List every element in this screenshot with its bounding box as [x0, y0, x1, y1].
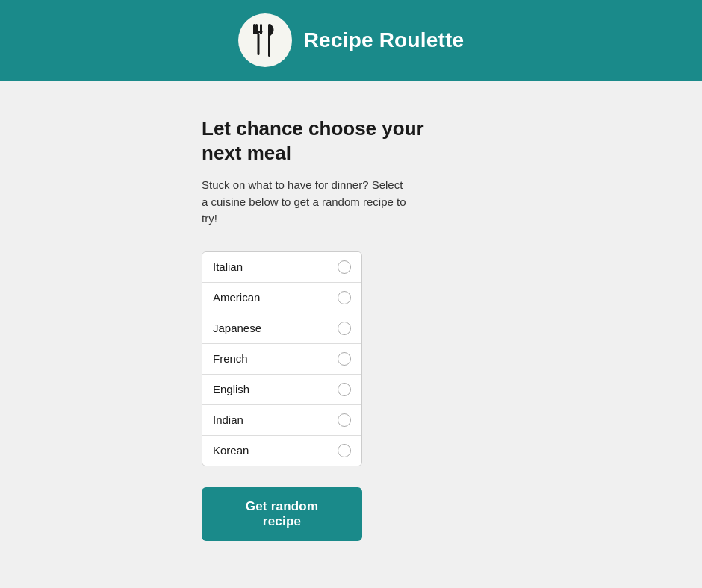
cuisine-item-french[interactable]: French [202, 344, 361, 375]
svg-rect-3 [254, 31, 262, 33]
cuisine-radio-korean[interactable] [338, 444, 351, 457]
svg-rect-5 [268, 24, 270, 57]
cuisine-label-italian: Italian [213, 260, 243, 273]
page-subtext: Stuck on what to have for dinner? Select… [202, 177, 411, 228]
cuisine-item-american[interactable]: American [202, 283, 361, 313]
fork-knife-icon [250, 22, 280, 58]
main-content: Let chance choose your next meal Stuck o… [0, 81, 702, 586]
cuisine-item-korean[interactable]: Korean [202, 436, 361, 466]
cuisine-label-indian: Indian [213, 413, 243, 426]
cuisine-radio-italian[interactable] [338, 260, 351, 274]
cuisine-radio-indian[interactable] [338, 413, 351, 427]
cuisine-radio-american[interactable] [338, 291, 351, 304]
cuisine-label-american: American [213, 291, 260, 304]
svg-rect-4 [257, 33, 259, 55]
cuisine-radio-french[interactable] [338, 352, 351, 366]
get-random-recipe-button[interactable]: Get random recipe [202, 487, 362, 541]
app-logo [238, 13, 292, 67]
cuisine-radio-english[interactable] [338, 383, 351, 396]
cuisine-label-english: English [213, 383, 249, 395]
cuisine-label-korean: Korean [213, 444, 249, 457]
app-header: Recipe Roulette [0, 0, 702, 81]
cuisine-item-english[interactable]: English [202, 375, 361, 405]
cuisine-label-french: French [213, 352, 248, 365]
page-heading: Let chance choose your next meal [202, 116, 441, 165]
cuisine-list: ItalianAmericanJapaneseFrenchEnglishIndi… [202, 251, 362, 466]
cuisine-radio-japanese[interactable] [338, 322, 351, 335]
app-title: Recipe Roulette [304, 28, 465, 52]
cuisine-item-italian[interactable]: Italian [202, 252, 361, 283]
cuisine-item-japanese[interactable]: Japanese [202, 313, 361, 344]
cuisine-item-indian[interactable]: Indian [202, 405, 361, 436]
cuisine-label-japanese: Japanese [213, 322, 261, 334]
